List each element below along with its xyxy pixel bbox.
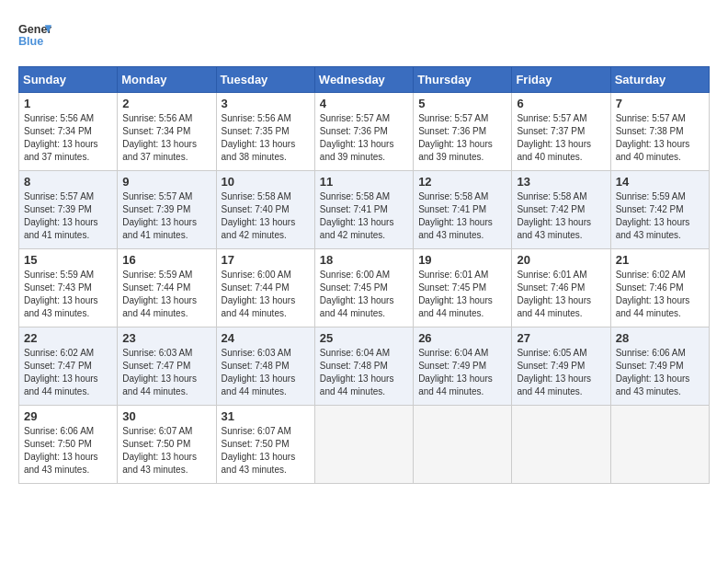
day-info: Sunrise: 6:03 AM Sunset: 7:47 PM Dayligh… <box>122 347 210 398</box>
day-number: 11 <box>320 175 408 189</box>
day-number: 28 <box>616 331 704 345</box>
day-info: Sunrise: 5:57 AM Sunset: 7:39 PM Dayligh… <box>24 190 112 242</box>
weekday-header-sunday: Sunday <box>19 67 118 93</box>
day-number: 24 <box>222 331 310 345</box>
day-number: 8 <box>24 175 112 189</box>
calendar-cell: 21Sunrise: 6:02 AM Sunset: 7:46 PM Dayli… <box>610 249 709 327</box>
day-number: 7 <box>616 97 704 110</box>
day-number: 15 <box>24 253 112 267</box>
day-number: 18 <box>320 253 408 267</box>
day-info: Sunrise: 6:07 AM Sunset: 7:50 PM Dayligh… <box>122 425 210 477</box>
calendar-cell: 20Sunrise: 6:01 AM Sunset: 7:46 PM Dayli… <box>512 249 610 327</box>
day-info: Sunrise: 6:06 AM Sunset: 7:49 PM Dayligh… <box>616 347 704 398</box>
day-number: 10 <box>222 175 310 189</box>
calendar-cell <box>512 406 610 484</box>
calendar-cell: 16Sunrise: 5:59 AM Sunset: 7:44 PM Dayli… <box>118 249 216 327</box>
day-number: 3 <box>222 97 310 110</box>
day-info: Sunrise: 5:59 AM Sunset: 7:42 PM Dayligh… <box>616 190 704 242</box>
calendar-cell: 24Sunrise: 6:03 AM Sunset: 7:48 PM Dayli… <box>216 327 314 406</box>
day-info: Sunrise: 6:02 AM Sunset: 7:47 PM Dayligh… <box>24 347 112 398</box>
day-number: 13 <box>517 175 605 189</box>
day-number: 4 <box>320 97 408 110</box>
calendar-table: SundayMondayTuesdayWednesdayThursdayFrid… <box>18 66 710 484</box>
calendar-cell: 28Sunrise: 6:06 AM Sunset: 7:49 PM Dayli… <box>610 327 709 406</box>
calendar-cell: 25Sunrise: 6:04 AM Sunset: 7:48 PM Dayli… <box>314 327 413 406</box>
day-info: Sunrise: 5:57 AM Sunset: 7:37 PM Dayligh… <box>517 112 605 164</box>
day-info: Sunrise: 5:58 AM Sunset: 7:40 PM Dayligh… <box>222 190 310 242</box>
calendar-cell: 3Sunrise: 5:56 AM Sunset: 7:35 PM Daylig… <box>216 93 314 171</box>
day-number: 6 <box>517 97 605 110</box>
calendar-cell: 10Sunrise: 5:58 AM Sunset: 7:40 PM Dayli… <box>216 171 314 249</box>
day-number: 23 <box>122 331 210 345</box>
calendar-cell: 12Sunrise: 5:58 AM Sunset: 7:41 PM Dayli… <box>414 171 512 249</box>
weekday-header-tuesday: Tuesday <box>216 67 314 93</box>
calendar-cell: 7Sunrise: 5:57 AM Sunset: 7:38 PM Daylig… <box>610 93 709 171</box>
calendar-cell: 22Sunrise: 6:02 AM Sunset: 7:47 PM Dayli… <box>19 327 118 406</box>
day-info: Sunrise: 5:59 AM Sunset: 7:43 PM Dayligh… <box>24 269 112 320</box>
day-number: 27 <box>517 331 605 345</box>
calendar-cell: 11Sunrise: 5:58 AM Sunset: 7:41 PM Dayli… <box>314 171 413 249</box>
calendar-cell: 31Sunrise: 6:07 AM Sunset: 7:50 PM Dayli… <box>216 406 314 484</box>
day-number: 29 <box>24 409 112 423</box>
day-number: 20 <box>517 253 605 267</box>
day-number: 25 <box>320 331 408 345</box>
day-info: Sunrise: 5:57 AM Sunset: 7:39 PM Dayligh… <box>122 190 210 242</box>
calendar-cell: 1Sunrise: 5:56 AM Sunset: 7:34 PM Daylig… <box>19 93 118 171</box>
weekday-header-saturday: Saturday <box>610 67 709 93</box>
calendar-cell: 26Sunrise: 6:04 AM Sunset: 7:49 PM Dayli… <box>414 327 512 406</box>
calendar-cell: 27Sunrise: 6:05 AM Sunset: 7:49 PM Dayli… <box>512 327 610 406</box>
weekday-header-wednesday: Wednesday <box>314 67 413 93</box>
day-number: 14 <box>616 175 704 189</box>
day-number: 12 <box>418 175 506 189</box>
day-info: Sunrise: 6:00 AM Sunset: 7:44 PM Dayligh… <box>222 269 310 320</box>
calendar-cell: 29Sunrise: 6:06 AM Sunset: 7:50 PM Dayli… <box>19 406 118 484</box>
day-info: Sunrise: 6:04 AM Sunset: 7:48 PM Dayligh… <box>320 347 408 398</box>
day-info: Sunrise: 5:59 AM Sunset: 7:44 PM Dayligh… <box>122 269 210 320</box>
page-header: General Blue <box>18 18 710 52</box>
calendar-cell: 8Sunrise: 5:57 AM Sunset: 7:39 PM Daylig… <box>19 171 118 249</box>
calendar-cell: 18Sunrise: 6:00 AM Sunset: 7:45 PM Dayli… <box>314 249 413 327</box>
weekday-header-friday: Friday <box>512 67 610 93</box>
svg-text:Blue: Blue <box>18 35 43 48</box>
calendar-cell: 5Sunrise: 5:57 AM Sunset: 7:36 PM Daylig… <box>414 93 512 171</box>
day-info: Sunrise: 6:04 AM Sunset: 7:49 PM Dayligh… <box>418 347 506 398</box>
day-info: Sunrise: 6:01 AM Sunset: 7:46 PM Dayligh… <box>517 269 605 320</box>
day-info: Sunrise: 5:58 AM Sunset: 7:42 PM Dayligh… <box>517 190 605 242</box>
logo-icon: General Blue <box>18 18 51 52</box>
day-number: 30 <box>122 409 210 423</box>
day-info: Sunrise: 5:57 AM Sunset: 7:36 PM Dayligh… <box>320 112 408 164</box>
calendar-cell: 30Sunrise: 6:07 AM Sunset: 7:50 PM Dayli… <box>118 406 216 484</box>
day-number: 1 <box>24 97 112 110</box>
logo: General Blue <box>18 18 51 52</box>
calendar-cell: 19Sunrise: 6:01 AM Sunset: 7:45 PM Dayli… <box>414 249 512 327</box>
day-number: 17 <box>222 253 310 267</box>
calendar-cell <box>610 406 709 484</box>
day-number: 19 <box>418 253 506 267</box>
day-number: 31 <box>222 409 310 423</box>
calendar-cell: 15Sunrise: 5:59 AM Sunset: 7:43 PM Dayli… <box>19 249 118 327</box>
day-info: Sunrise: 6:03 AM Sunset: 7:48 PM Dayligh… <box>222 347 310 398</box>
day-info: Sunrise: 6:05 AM Sunset: 7:49 PM Dayligh… <box>517 347 605 398</box>
day-number: 5 <box>418 97 506 110</box>
calendar-row-2: 8Sunrise: 5:57 AM Sunset: 7:39 PM Daylig… <box>19 171 710 249</box>
calendar-cell: 23Sunrise: 6:03 AM Sunset: 7:47 PM Dayli… <box>118 327 216 406</box>
day-info: Sunrise: 6:06 AM Sunset: 7:50 PM Dayligh… <box>24 425 112 477</box>
calendar-cell: 4Sunrise: 5:57 AM Sunset: 7:36 PM Daylig… <box>314 93 413 171</box>
day-number: 2 <box>122 97 210 110</box>
calendar-cell: 14Sunrise: 5:59 AM Sunset: 7:42 PM Dayli… <box>610 171 709 249</box>
day-number: 21 <box>616 253 704 267</box>
calendar-cell <box>414 406 512 484</box>
calendar-row-4: 22Sunrise: 6:02 AM Sunset: 7:47 PM Dayli… <box>19 327 710 406</box>
day-number: 26 <box>418 331 506 345</box>
day-number: 9 <box>122 175 210 189</box>
day-info: Sunrise: 5:58 AM Sunset: 7:41 PM Dayligh… <box>418 190 506 242</box>
day-info: Sunrise: 5:56 AM Sunset: 7:34 PM Dayligh… <box>122 112 210 164</box>
weekday-header-monday: Monday <box>118 67 216 93</box>
weekday-header-row: SundayMondayTuesdayWednesdayThursdayFrid… <box>19 67 710 93</box>
day-info: Sunrise: 5:57 AM Sunset: 7:36 PM Dayligh… <box>418 112 506 164</box>
weekday-header-thursday: Thursday <box>414 67 512 93</box>
day-info: Sunrise: 5:56 AM Sunset: 7:34 PM Dayligh… <box>24 112 112 164</box>
day-info: Sunrise: 5:58 AM Sunset: 7:41 PM Dayligh… <box>320 190 408 242</box>
day-info: Sunrise: 6:07 AM Sunset: 7:50 PM Dayligh… <box>222 425 310 477</box>
day-info: Sunrise: 6:00 AM Sunset: 7:45 PM Dayligh… <box>320 269 408 320</box>
